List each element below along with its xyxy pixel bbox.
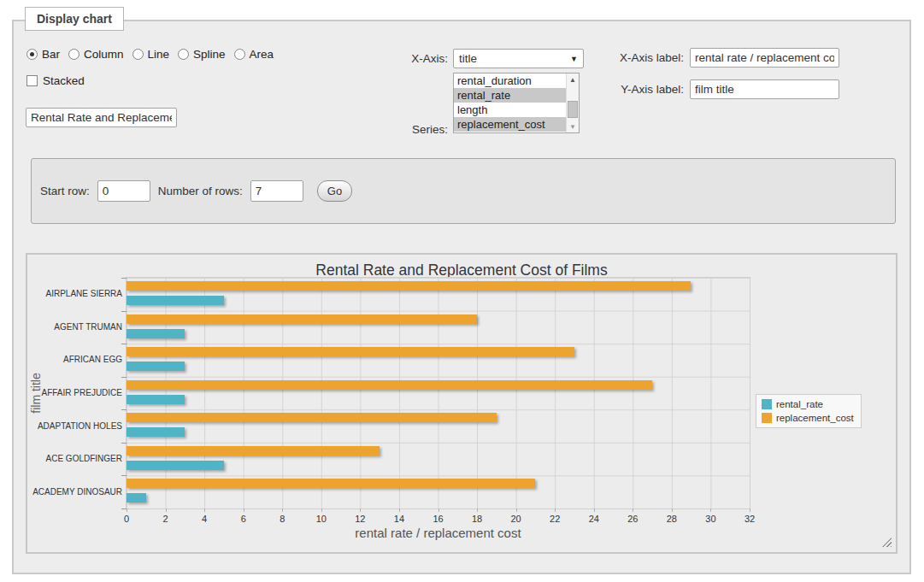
series-option-replacement_cost[interactable]: replacement_cost [454, 117, 566, 132]
bar-rental_rate[interactable] [127, 493, 146, 503]
chart-x-axis-title: rental rate / replacement cost [127, 526, 750, 540]
y-axis-label-input[interactable] [690, 79, 839, 99]
radio-icon[interactable] [132, 49, 144, 60]
resize-handle-icon[interactable] [882, 538, 892, 547]
start-row-label: Start row: [40, 185, 90, 197]
x-tick-mark [477, 509, 478, 512]
x-tick-mark [516, 509, 517, 512]
scrollbar-down-icon[interactable]: ▼ [567, 121, 579, 132]
chart-type-spline[interactable]: Spline [178, 48, 226, 61]
radio-icon[interactable] [178, 49, 189, 60]
legend-label: replacement_cost [776, 413, 854, 423]
chart-title-input[interactable] [26, 108, 177, 127]
start-row-input[interactable] [97, 180, 150, 202]
x-tick-mark [438, 509, 439, 512]
bar-rental_rate[interactable] [127, 329, 185, 338]
x-tick-label: 8 [269, 514, 295, 524]
x-tick-label: 16 [426, 514, 451, 524]
chart-legend: rental_ratereplacement_cost [756, 394, 862, 428]
x-tick-label: 10 [309, 514, 334, 524]
x-tick-label: 12 [347, 514, 373, 524]
chart-type-column[interactable]: Column [68, 48, 124, 61]
chart-type-label: Column [84, 48, 124, 61]
bar-replacement_cost[interactable] [127, 315, 477, 324]
bar-rental_rate[interactable] [127, 296, 224, 305]
bar-rental_rate[interactable] [127, 395, 185, 404]
x-axis-select-label: X-Axis: [373, 52, 448, 65]
x-tick-label: 24 [581, 514, 607, 524]
bar-replacement_cost[interactable] [127, 380, 652, 390]
x-tick-label: 4 [191, 514, 217, 524]
series-options: rental_durationrental_ratelengthreplacem… [454, 73, 579, 132]
x-tick-mark [399, 509, 400, 512]
chart-type-label: Area [250, 48, 274, 61]
num-rows-label: Number of rows: [158, 185, 243, 197]
x-tick-label: 14 [386, 514, 412, 524]
row-controls-panel: Start row: Number of rows: Go [31, 158, 896, 224]
scrollbar[interactable]: ▲ ▼ [566, 73, 579, 132]
y-tick-mark [121, 344, 127, 344]
plot-area [127, 278, 750, 509]
series-option-rental_duration[interactable]: rental_duration [454, 73, 566, 88]
x-tick-mark [321, 509, 322, 512]
legend-swatch-icon [762, 399, 772, 409]
x-tick-mark [127, 509, 127, 512]
chart-type-label: Line [148, 48, 170, 61]
radio-icon[interactable] [234, 49, 245, 60]
category-label: AGENT TRUMAN [27, 322, 122, 332]
radio-icon[interactable] [68, 49, 79, 60]
series-option-length[interactable]: length [454, 103, 566, 117]
y-tick-mark [121, 377, 127, 378]
x-tick-label: 0 [114, 514, 139, 524]
x-axis-select-value: title [459, 52, 570, 65]
category-label: ADAPTATION HOLES [27, 421, 122, 431]
stacked-checkbox-row[interactable]: Stacked [26, 74, 85, 87]
series-listbox[interactable]: rental_durationrental_ratelengthreplacem… [453, 73, 580, 133]
y-tick-mark [121, 509, 127, 509]
x-tick-mark [672, 509, 673, 512]
chart-type-label: Bar [42, 48, 60, 61]
legend-item-replacement_cost[interactable]: replacement_cost [762, 413, 854, 423]
bar-rental_rate[interactable] [127, 362, 185, 371]
chart-type-radio-group: BarColumnLineSplineArea [26, 48, 282, 61]
x-axis-select[interactable]: title ▼ [453, 49, 584, 68]
legend-label: rental_rate [776, 399, 823, 409]
stacked-label: Stacked [43, 74, 85, 87]
chart-type-area[interactable]: Area [234, 48, 274, 61]
y-tick-mark [121, 278, 127, 279]
bar-replacement_cost[interactable] [127, 347, 574, 356]
go-button[interactable]: Go [317, 180, 352, 202]
x-tick-label: 2 [153, 514, 179, 524]
x-tick-mark [594, 509, 595, 512]
bar-replacement_cost[interactable] [127, 281, 691, 291]
x-tick-mark [282, 509, 283, 512]
series-option-rental_rate[interactable]: rental_rate [454, 88, 566, 103]
category-label: ACE GOLDFINGER [27, 454, 122, 463]
chart-container: Rental Rate and Replacement Cost of Film… [26, 253, 898, 554]
x-tick-mark [555, 509, 556, 512]
legend-swatch-icon [762, 413, 772, 423]
x-tick-mark [750, 509, 750, 512]
chart-type-label: Spline [193, 48, 226, 61]
stacked-checkbox[interactable] [26, 75, 38, 86]
bar-replacement_cost[interactable] [127, 413, 497, 422]
y-tick-mark [121, 475, 127, 476]
x-tick-mark [633, 509, 633, 512]
x-tick-label: 18 [464, 514, 490, 524]
x-tick-label: 20 [503, 514, 529, 524]
chart-type-line[interactable]: Line [132, 48, 170, 61]
chart-type-bar[interactable]: Bar [26, 48, 60, 61]
x-tick-label: 22 [542, 514, 568, 524]
x-axis-label-input[interactable] [690, 48, 839, 68]
x-tick-label: 30 [697, 514, 723, 524]
bar-replacement_cost[interactable] [127, 446, 380, 456]
scrollbar-thumb[interactable] [568, 101, 578, 118]
num-rows-input[interactable] [250, 180, 303, 202]
legend-item-rental_rate[interactable]: rental_rate [762, 399, 854, 409]
scrollbar-up-icon[interactable]: ▲ [567, 73, 579, 85]
bar-replacement_cost[interactable] [127, 479, 535, 488]
radio-icon[interactable] [26, 49, 38, 60]
bar-rental_rate[interactable] [127, 427, 185, 437]
bar-rental_rate[interactable] [127, 461, 224, 470]
x-tick-mark [244, 509, 244, 512]
